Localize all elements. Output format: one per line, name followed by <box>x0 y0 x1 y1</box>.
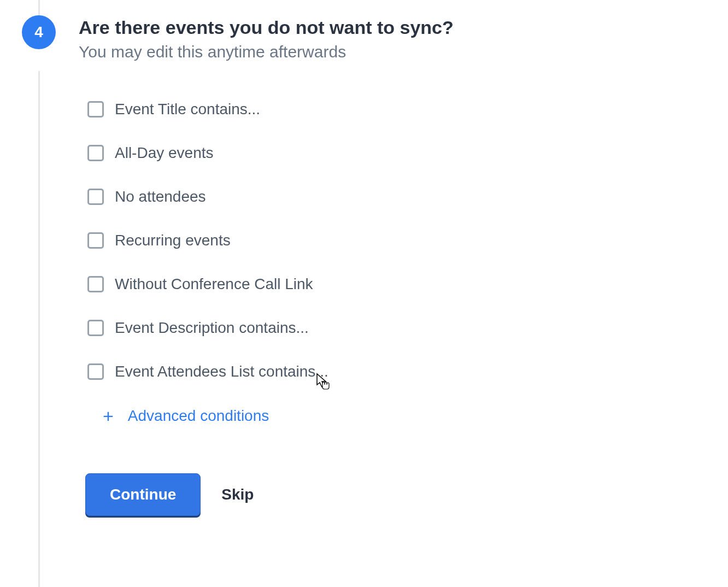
option-label: Event Description contains... <box>115 319 309 337</box>
advanced-conditions-button[interactable]: + Advanced conditions <box>103 407 728 425</box>
checkbox[interactable] <box>87 145 104 161</box>
option-without-conference[interactable]: Without Conference Call Link <box>87 275 728 293</box>
advanced-label: Advanced conditions <box>128 407 269 425</box>
option-no-attendees[interactable]: No attendees <box>87 188 728 206</box>
option-description-contains[interactable]: Event Description contains... <box>87 319 728 337</box>
checkbox[interactable] <box>87 363 104 380</box>
step-connector-bottom <box>38 71 40 587</box>
step-number-badge: 4 <box>22 15 56 49</box>
option-label: Without Conference Call Link <box>115 275 313 293</box>
step-title-before: Are there events you do <box>79 17 296 38</box>
button-row: Continue Skip <box>85 473 728 516</box>
option-label: All-Day events <box>115 144 214 162</box>
step-title: Are there events you do not want to sync… <box>79 15 728 39</box>
step-title-after: want to sync? <box>325 17 454 38</box>
checkbox[interactable] <box>87 101 104 118</box>
step-title-bold: not <box>296 17 325 38</box>
checkbox[interactable] <box>87 276 104 292</box>
step-container: 4 Are there events you do not want to sy… <box>0 0 728 516</box>
step-number: 4 <box>34 24 43 41</box>
continue-button[interactable]: Continue <box>85 473 201 516</box>
options-list: Event Title contains... All-Day events N… <box>87 101 728 516</box>
checkbox[interactable] <box>87 232 104 249</box>
option-recurring[interactable]: Recurring events <box>87 232 728 249</box>
option-all-day[interactable]: All-Day events <box>87 144 728 162</box>
option-attendees-contains[interactable]: Event Attendees List contains... <box>87 363 728 380</box>
option-event-title[interactable]: Event Title contains... <box>87 101 728 118</box>
option-label: No attendees <box>115 188 206 206</box>
checkbox[interactable] <box>87 320 104 336</box>
option-label: Recurring events <box>115 232 231 249</box>
option-label: Event Title contains... <box>115 101 260 118</box>
skip-button[interactable]: Skip <box>221 486 254 503</box>
option-label: Event Attendees List contains... <box>115 363 328 380</box>
step-connector-top <box>38 0 40 15</box>
step-content: Are there events you do not want to sync… <box>79 15 728 516</box>
step-subtitle: You may edit this anytime afterwards <box>79 43 728 61</box>
checkbox[interactable] <box>87 189 104 205</box>
plus-icon: + <box>103 407 114 425</box>
